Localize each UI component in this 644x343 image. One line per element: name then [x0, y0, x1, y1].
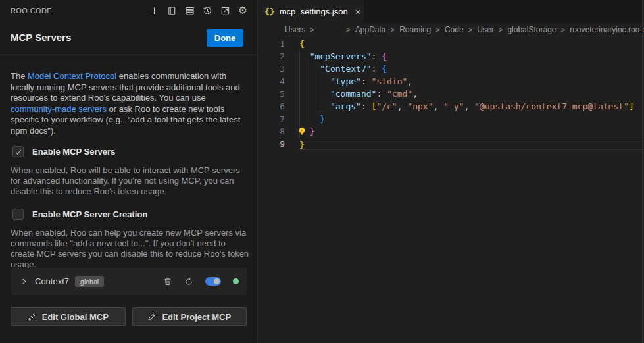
code-line-text: "mcpServers": { [299, 50, 644, 63]
prompts-notebook-icon[interactable] [166, 5, 178, 16]
breadcrumb-item[interactable]: Code [445, 25, 464, 34]
indent-guide [310, 113, 320, 125]
line-number: 5 [258, 88, 285, 100]
delete-server-icon[interactable] [163, 277, 172, 286]
code-line[interactable]: 1{ [258, 38, 644, 50]
header-divider [0, 55, 258, 55]
panel-header-toolbar: ⚙ [148, 5, 249, 16]
indent-guide [299, 75, 310, 88]
enable-mcp-servers-label: Enable MCP Servers [32, 147, 115, 157]
code-line-text: "Context7": { [299, 63, 644, 75]
indent-guide [299, 100, 310, 113]
breadcrumb-item[interactable]: Roaming [399, 25, 431, 34]
server-status-dot [233, 278, 239, 284]
intro-link[interactable]: Model Context Protocol [28, 71, 116, 81]
history-icon[interactable] [201, 5, 213, 16]
enable-mcp-servers-checkbox[interactable] [12, 146, 24, 157]
edit-project-mcp-label: Edit Project MCP [162, 312, 231, 322]
code-line[interactable]: 6"args": ["/c", "npx", "-y", "@upstash/c… [258, 100, 644, 113]
enable-mcp-creation-description: When enabled, Roo can help you create ne… [11, 228, 251, 270]
code-line-text: "args": ["/c", "npx", "-y", "@upstash/co… [299, 100, 644, 113]
code-line[interactable]: 4"type": "stdio", [258, 75, 644, 88]
code-line[interactable]: 2"mcpServers": { [258, 50, 644, 63]
tab-filename: mcp_settings.json [280, 7, 348, 16]
code-line[interactable]: 7} [258, 113, 644, 125]
code-line-text: { [299, 38, 644, 50]
code-line-text: } [299, 125, 644, 138]
edit-project-mcp-button[interactable]: Edit Project MCP [132, 307, 247, 326]
indent-guide [299, 50, 310, 63]
edit-global-mcp-label: Edit Global MCP [42, 312, 109, 322]
intro-text: The [11, 71, 28, 81]
code-line[interactable]: 9} [258, 138, 644, 150]
indent-guide [320, 75, 330, 88]
intro-link[interactable]: community-made servers [11, 104, 107, 114]
enable-mcp-servers-description: When enabled, Roo will be able to intera… [11, 165, 251, 197]
tab-mcp-settings-json[interactable]: {} mcp_settings.json × [258, 0, 364, 23]
breadcrumb-separator-icon: > [390, 26, 395, 34]
indent-guide [310, 100, 320, 113]
breadcrumb: Users>>AppData>Roaming>Code>User>globalS… [258, 23, 644, 36]
breadcrumb-item[interactable]: AppData [355, 25, 386, 34]
line-number: 9 [258, 138, 285, 150]
server-actions [163, 277, 239, 286]
breadcrumb-item[interactable]: globalStorage [507, 25, 556, 34]
breadcrumb-separator-icon: > [346, 26, 351, 34]
enable-mcp-creation-checkbox[interactable] [12, 209, 24, 220]
tab-close-icon[interactable]: × [355, 7, 361, 16]
enable-mcp-creation-row: Enable MCP Server Creation [12, 209, 147, 220]
breadcrumb-separator-icon: > [560, 26, 565, 34]
indent-guide [310, 88, 320, 100]
editor-group: {} mcp_settings.json × Users>>AppData>Ro… [258, 0, 644, 343]
indent-guide [299, 88, 310, 100]
breadcrumb-item[interactable]: Users [285, 25, 305, 34]
server-row-context7[interactable]: Context7 global [11, 268, 247, 295]
code-line[interactable]: 3"Context7": { [258, 63, 644, 75]
plus-icon[interactable] [148, 5, 160, 16]
page-title: MCP Servers [11, 32, 71, 43]
mcp-servers-icon[interactable] [184, 5, 195, 16]
code-line[interactable]: 5"command": "cmd", [258, 88, 644, 100]
chevron-right-icon[interactable] [20, 277, 28, 286]
indent-guide [299, 63, 310, 75]
line-number: 1 [258, 38, 285, 50]
editor-right-border [642, 0, 643, 343]
code-line[interactable]: 8} [258, 125, 644, 138]
server-enabled-toggle[interactable] [205, 277, 221, 286]
restart-server-icon[interactable] [184, 277, 193, 286]
done-button[interactable]: Done [207, 29, 243, 47]
breadcrumb-separator-icon: > [468, 26, 473, 34]
json-file-icon: {} [264, 7, 275, 16]
enable-mcp-servers-row: Enable MCP Servers [12, 146, 115, 157]
tab-bar: {} mcp_settings.json × [258, 0, 644, 23]
line-number: 6 [258, 100, 285, 113]
breadcrumb-item[interactable]: User [477, 25, 493, 34]
code-line-text: "type": "stdio", [299, 75, 644, 88]
breadcrumb-item[interactable]: rooveterinaryinc.roo-cli [570, 25, 644, 34]
extension-title: ROO CODE [11, 7, 52, 14]
breadcrumb-separator-icon: > [499, 26, 503, 34]
settings-gear-icon[interactable]: ⚙ [237, 5, 249, 16]
line-number: 8 [258, 125, 285, 138]
roo-code-panel: ROO CODE ⚙ MCP Servers Done The Model Co… [0, 0, 258, 343]
edit-mcp-buttons: Edit Global MCP Edit Project MCP [11, 307, 247, 326]
breadcrumb-separator-icon: > [435, 26, 440, 34]
server-scope-badge: global [75, 276, 104, 287]
line-number: 7 [258, 113, 285, 125]
indent-guide [299, 113, 310, 125]
line-number: 4 [258, 75, 285, 88]
line-number: 3 [258, 63, 285, 75]
enable-mcp-creation-label: Enable MCP Server Creation [32, 209, 147, 219]
indent-guide [320, 100, 330, 113]
edit-global-mcp-button[interactable]: Edit Global MCP [11, 307, 126, 326]
code-line-text: } [299, 138, 644, 150]
mcp-intro-text: The Model Context Protocol enables commu… [11, 71, 251, 136]
server-name: Context7 [35, 277, 69, 286]
open-in-editor-icon[interactable] [219, 5, 231, 16]
toggle-knob [214, 278, 220, 284]
indent-guide [310, 63, 320, 75]
code-editor[interactable]: 1{2"mcpServers": {3"Context7": {4"type":… [258, 36, 644, 150]
code-line-text: "command": "cmd", [299, 88, 644, 100]
lightbulb-icon[interactable] [297, 126, 307, 136]
code-line-text: } [299, 113, 644, 125]
